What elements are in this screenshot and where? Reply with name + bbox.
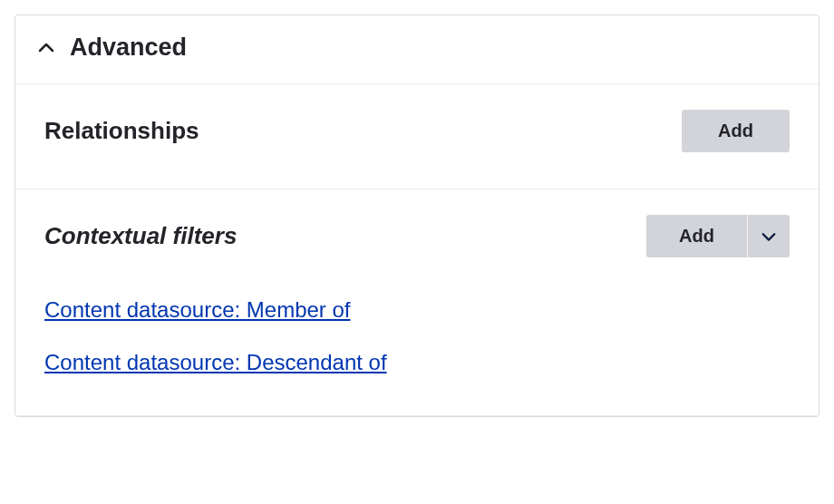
contextual-filters-add-button[interactable]: Add — [646, 215, 747, 257]
contextual-filters-title: Contextual filters — [44, 222, 237, 250]
relationships-add-button[interactable]: Add — [682, 110, 790, 152]
contextual-filters-header: Contextual filters Add — [44, 215, 790, 257]
contextual-filters-section: Contextual filters Add Content datasourc… — [15, 189, 819, 416]
relationships-section: Relationships Add — [15, 83, 819, 189]
contextual-filters-add-dropdown[interactable] — [747, 215, 790, 257]
contextual-filter-link[interactable]: Content datasource: Member of — [44, 297, 351, 323]
contextual-filter-link[interactable]: Content datasource: Descendant of — [44, 350, 387, 375]
chevron-down-icon — [761, 228, 777, 245]
chevron-up-icon — [37, 39, 55, 57]
relationships-header: Relationships Add — [44, 110, 790, 152]
contextual-filters-add-group: Add — [646, 215, 790, 257]
advanced-panel-toggle[interactable]: Advanced — [15, 15, 819, 83]
contextual-filters-list: Content datasource: Member of Content da… — [44, 297, 790, 375]
relationships-title: Relationships — [44, 117, 199, 145]
panel-title: Advanced — [70, 34, 187, 62]
advanced-panel: Advanced Relationships Add Contextual fi… — [15, 15, 819, 417]
